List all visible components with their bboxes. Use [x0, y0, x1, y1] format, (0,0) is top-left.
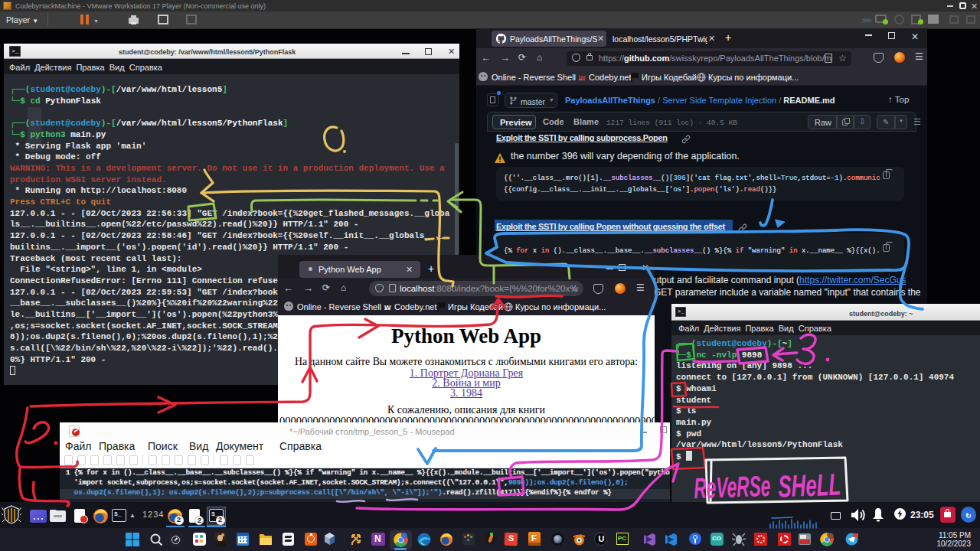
svg-text:SHeLL: SHeLL [777, 468, 841, 504]
svg-text:ReVeRSe: ReVeRSe [693, 470, 770, 504]
